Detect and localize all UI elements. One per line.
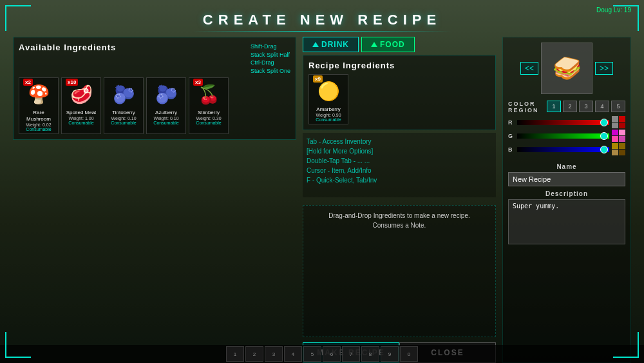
ingredient-item[interactable]: 🫐 Tintoberry Weight: 0.10 Consumable	[104, 77, 144, 133]
drop-area[interactable]: Drag-and-Drop Ingredients to make a new …	[303, 205, 496, 337]
region-btn-5[interactable]: 5	[611, 101, 625, 112]
corner-decoration-tl	[5, 5, 31, 31]
prev-recipe-button[interactable]: <<	[520, 62, 538, 75]
ingredient-icon: 🫐	[109, 80, 138, 108]
hotbar-slot-2[interactable]: 2	[245, 346, 263, 362]
ingredient-count-badge: x2	[23, 79, 33, 86]
ingredient-item[interactable]: 🍄 x2 Rare Mushroom Weight: 0.02 Consumab…	[19, 77, 59, 133]
r-slider-thumb	[600, 119, 608, 126]
hotbar-slot-1[interactable]: 1	[226, 346, 244, 362]
recipe-ingredients-header: Recipe Ingredients	[308, 61, 490, 70]
r-swatches-mini	[612, 116, 625, 128]
ingredient-type: Consumable	[191, 121, 226, 125]
ingredient-weight: Weight: 0.30	[191, 116, 226, 121]
next-recipe-button[interactable]: >>	[595, 62, 613, 75]
sandwich-icon: 🥪	[553, 55, 582, 82]
inventory-hints: Tab - Access Inventory[Hold for More Opt…	[307, 137, 492, 185]
r-swatch-3[interactable]	[612, 123, 618, 128]
g-swatch-3[interactable]	[612, 136, 618, 142]
region-btn-2[interactable]: 2	[563, 101, 577, 112]
hotbar-slot-3[interactable]: 3	[265, 346, 283, 362]
ingredient-item[interactable]: 🫐 Azulberry Weight: 0.10 Consumable	[146, 77, 186, 133]
b-swatch-1[interactable]	[612, 143, 618, 149]
g-swatch-4[interactable]	[619, 136, 625, 142]
region-btn-4[interactable]: 4	[595, 101, 609, 112]
recipe-ingredient-weight: Weight: 0.90	[311, 113, 346, 117]
name-label: Name	[508, 163, 625, 170]
b-swatch-2[interactable]	[619, 143, 625, 149]
ingredient-name: Rare Mushroom	[21, 110, 56, 122]
hotbar-slot-label: 8	[369, 351, 372, 357]
region-buttons: 12345	[547, 101, 625, 112]
ingredient-type: Consumable	[106, 121, 141, 125]
g-swatch-1[interactable]	[612, 130, 618, 135]
hotbar-slot-5[interactable]: 5	[303, 346, 321, 362]
ingredient-icon: 🍒 x3	[194, 80, 223, 108]
b-slider[interactable]	[517, 147, 609, 152]
region-btn-3[interactable]: 3	[579, 101, 593, 112]
hotbar: 1234567890	[0, 345, 644, 363]
hotbar-slot-label: 1	[234, 351, 236, 357]
available-ingredients-header: Available Ingredients	[19, 43, 116, 52]
recipe-desc-textarea[interactable]	[508, 199, 625, 244]
rgb-sliders: R G	[508, 116, 625, 155]
color-region-section: COLOR REGION 12345 R	[508, 101, 625, 155]
tab-drink[interactable]: DRINK	[303, 37, 359, 52]
recipe-ingredient-type: Consumable	[311, 117, 346, 122]
ingredient-type: Consumable	[64, 121, 99, 125]
r-slider[interactable]	[517, 120, 609, 125]
recipe-ingredient-name: Amarberry	[311, 106, 346, 113]
inventory-hint-text: Cursor - Item, Add/Info	[307, 166, 492, 175]
tab-food[interactable]: FOOD	[361, 37, 415, 52]
ingredient-icon: 🥩 x10	[67, 80, 95, 108]
ingredient-name: Tintoberry	[106, 110, 141, 116]
b-swatch-3[interactable]	[612, 150, 618, 155]
ingredient-item[interactable]: 🍒 x3 Stimberry Weight: 0.30 Consumable	[189, 77, 229, 133]
hotbar-slot-label: 6	[330, 351, 333, 357]
hotbar-slot-9[interactable]: 9	[381, 346, 399, 362]
food-triangle-icon	[371, 42, 377, 47]
right-panel: << 🥪 >> COLOR REGION 12345 R	[502, 37, 631, 363]
r-swatch-2[interactable]	[619, 116, 625, 122]
recipe-name-input[interactable]	[508, 172, 625, 186]
hotbar-slot-8[interactable]: 8	[361, 346, 379, 362]
hotbar-slot-6[interactable]: 6	[323, 346, 341, 362]
hotbar-slot-0[interactable]: 0	[400, 346, 418, 362]
corner-decoration-br	[613, 332, 639, 358]
hotbar-slot-label: 2	[253, 351, 256, 357]
g-swatches-mini	[612, 130, 625, 142]
ingredient-type: Consumable	[149, 121, 184, 125]
ingredient-name: Azulberry	[149, 110, 184, 116]
middle-panel: DRINK FOOD Recipe Ingredients 🟡 x9 Amarb…	[303, 37, 496, 363]
region-btn-1[interactable]: 1	[547, 101, 561, 112]
r-swatch-1[interactable]	[612, 116, 618, 122]
g-slider-thumb	[600, 132, 608, 140]
recipe-ingredient-badge: x9	[313, 75, 323, 83]
r-slider-row: R	[508, 116, 625, 128]
ingredient-weight: Weight: 0.02	[21, 123, 56, 127]
hotbar-slot-4[interactable]: 4	[284, 346, 302, 362]
g-swatch-2[interactable]	[619, 130, 625, 135]
name-section: Name	[508, 163, 625, 186]
ingredients-grid: 🍄 x2 Rare Mushroom Weight: 0.02 Consumab…	[19, 77, 290, 133]
r-swatch-4[interactable]	[619, 123, 625, 128]
ingredient-weight: Weight: 0.10	[149, 116, 184, 121]
left-panel: Available Ingredients Shift-Drag Stack S…	[13, 37, 296, 363]
ingredient-icon: 🍄 x2	[24, 80, 53, 108]
ingredient-count-badge: x10	[66, 79, 78, 86]
recipe-ingredient-icon: 🟡 x9	[314, 77, 343, 105]
recipe-ingredient-item[interactable]: 🟡 x9 Amarberry Weight: 0.90 Consumable	[308, 74, 348, 124]
b-swatch-4[interactable]	[619, 150, 625, 155]
title-underline	[193, 31, 451, 32]
hotbar-slot-label: 4	[292, 351, 294, 357]
drink-triangle-icon	[312, 42, 319, 47]
corner-decoration-tr	[613, 5, 639, 31]
content-area: Available Ingredients Shift-Drag Stack S…	[13, 37, 631, 363]
ingredient-item[interactable]: 🥩 x10 Spoiled Meat Weight: 1.00 Consumab…	[61, 77, 101, 133]
title-bar: CREATE NEW RECIPE	[193, 12, 451, 32]
g-slider[interactable]	[517, 133, 609, 139]
inventory-hint-text: Double-Tap Tab - ... ...	[307, 156, 492, 166]
hotbar-slot-7[interactable]: 7	[342, 346, 360, 362]
g-label: G	[508, 133, 515, 139]
ingredient-name: Stimberry	[191, 110, 226, 116]
